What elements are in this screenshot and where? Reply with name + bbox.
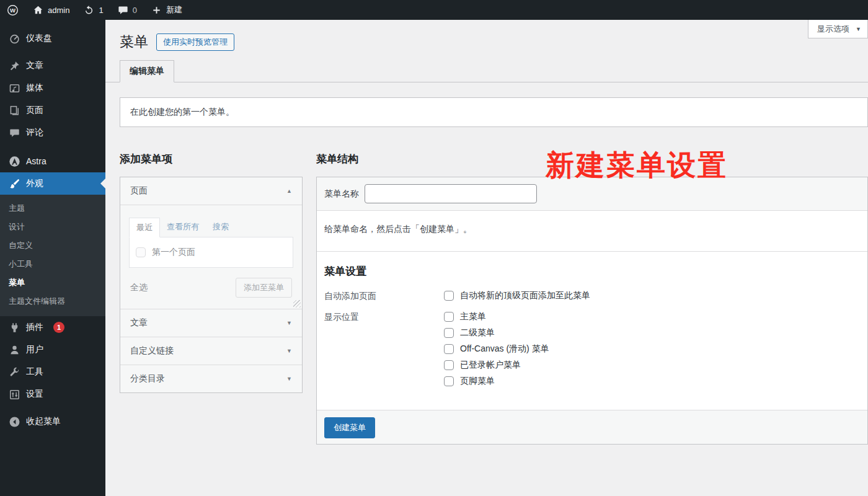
accordion-section-label: 分类目录: [130, 373, 165, 384]
resize-handle[interactable]: [293, 300, 301, 308]
auto-add-checkbox[interactable]: [444, 291, 454, 301]
screen-options-tab[interactable]: 显示选项 ▼: [808, 20, 868, 38]
select-all-link[interactable]: 全选: [130, 282, 148, 293]
menu-structure-box: 菜单名称 给菜单命名，然后点击「创建菜单」。 菜单设置 自动添加页面 自动将新的…: [316, 177, 868, 445]
pages-list-panel: 第一个页面: [129, 237, 293, 268]
sidebar-item-appearance[interactable]: 外观: [0, 172, 105, 195]
location-option-loggedin: 已登录帐户菜单: [444, 360, 549, 371]
sidebar-item-label: 用户: [26, 344, 43, 355]
main-content: 显示选项 ▼ 菜单 使用实时预览管理 编辑菜单 在此创建您的第一个菜单。 添加菜…: [105, 20, 868, 496]
accordion-header-categories[interactable]: 分类目录 ▼: [120, 365, 302, 392]
page-item-checkbox[interactable]: [136, 247, 146, 257]
page-title: 菜单: [120, 33, 148, 51]
location-checkbox-secondary[interactable]: [444, 328, 454, 338]
tab-edit-menus[interactable]: 编辑菜单: [120, 60, 174, 82]
sidebar-item-posts[interactable]: 文章: [0, 55, 105, 77]
sidebar: 仪表盘 文章 媒体 页面 评论 Astra 外观: [0, 20, 105, 496]
manage-with-live-preview-button[interactable]: 使用实时预览管理: [156, 33, 234, 51]
sidebar-item-label: 评论: [26, 127, 43, 138]
sidebar-item-dashboard[interactable]: 仪表盘: [0, 27, 105, 50]
updates-menu[interactable]: 1: [76, 0, 110, 20]
menu-structure-heading: 菜单结构: [316, 152, 868, 166]
location-checkbox-footer[interactable]: [444, 376, 454, 386]
plugins-update-badge: 1: [53, 322, 64, 333]
location-checkbox-offcanvas[interactable]: [444, 344, 454, 354]
settings-icon: [8, 388, 20, 401]
new-label: 新建: [166, 4, 182, 16]
add-menu-items-heading: 添加菜单项: [120, 152, 303, 166]
menu-name-input[interactable]: [365, 184, 537, 203]
sidebar-item-users[interactable]: 用户: [0, 339, 105, 361]
location-option-secondary: 二级菜单: [444, 327, 549, 339]
svg-text:W: W: [10, 7, 16, 14]
submenu-item-theme-file-editor[interactable]: 主题文件编辑器: [0, 292, 105, 311]
comment-icon: [117, 4, 129, 16]
comments-menu[interactable]: 0: [110, 0, 144, 20]
paintbrush-icon: [8, 177, 20, 190]
sidebar-item-label: 工具: [26, 366, 43, 378]
collapse-menu-label: 收起菜单: [26, 416, 61, 427]
collapse-menu-button[interactable]: 收起菜单: [0, 410, 105, 433]
sidebar-item-label: 媒体: [26, 82, 43, 94]
pushpin-icon: [8, 60, 20, 72]
location-checkbox-loggedin[interactable]: [444, 360, 454, 370]
menu-name-hint: 给菜单命名，然后点击「创建菜单」。: [317, 211, 867, 252]
chevron-down-icon: ▼: [286, 348, 292, 354]
pages-icon: [8, 104, 20, 117]
chevron-up-icon: ▲: [286, 188, 292, 194]
create-menu-button[interactable]: 创建菜单: [324, 417, 375, 438]
sidebar-item-settings[interactable]: 设置: [0, 383, 105, 405]
pages-quick-tabs: 最近 查看所有 搜索: [129, 218, 293, 237]
comment-count: 0: [133, 6, 137, 15]
site-menu[interactable]: admin: [25, 0, 76, 20]
wordpress-logo-menu[interactable]: W: [0, 0, 25, 20]
menu-settings-heading: 菜单设置: [324, 264, 860, 278]
accordion-header-custom-links[interactable]: 自定义链接 ▼: [120, 337, 302, 365]
plugin-icon: [8, 321, 20, 334]
accordion-section-label: 自定义链接: [130, 345, 174, 356]
site-name: admin: [48, 6, 69, 15]
sidebar-item-label: 仪表盘: [26, 33, 52, 44]
location-option-footer: 页脚菜单: [444, 376, 549, 387]
wordpress-logo-icon: W: [7, 4, 19, 16]
location-label: 页脚菜单: [460, 376, 495, 387]
sidebar-item-tools[interactable]: 工具: [0, 361, 105, 383]
new-content-menu[interactable]: 新建: [144, 0, 189, 20]
update-count: 1: [99, 6, 103, 15]
sidebar-item-label: 页面: [26, 105, 43, 116]
tab-search[interactable]: 搜索: [206, 218, 236, 237]
submenu-item-themes[interactable]: 主题: [0, 199, 105, 218]
location-label: 二级菜单: [460, 327, 495, 339]
wrench-icon: [8, 366, 20, 378]
pages-section-body: 最近 查看所有 搜索 第一个页面 全选 添加至菜单: [120, 205, 302, 309]
add-to-menu-button[interactable]: 添加至菜单: [236, 278, 292, 298]
accordion-section-posts: 文章 ▼: [120, 309, 302, 337]
sidebar-item-astra[interactable]: Astra: [0, 150, 105, 172]
sidebar-item-media[interactable]: 媒体: [0, 77, 105, 99]
submenu-item-design[interactable]: 设计: [0, 218, 105, 236]
menu-name-label: 菜单名称: [324, 188, 359, 200]
sidebar-item-pages[interactable]: 页面: [0, 99, 105, 122]
sidebar-item-plugins[interactable]: 插件 1: [0, 316, 105, 339]
submenu-item-customize[interactable]: 自定义: [0, 236, 105, 255]
sidebar-item-label: Astra: [26, 156, 46, 166]
dashboard-icon: [8, 32, 20, 45]
sidebar-item-label: 文章: [26, 60, 43, 71]
accordion-header-posts[interactable]: 文章 ▼: [120, 309, 302, 337]
chevron-down-icon: ▼: [286, 320, 292, 326]
display-location-label: 显示位置: [324, 311, 444, 387]
tab-view-all[interactable]: 查看所有: [160, 218, 206, 237]
location-checkbox-primary[interactable]: [444, 312, 454, 322]
submenu-item-widgets[interactable]: 小工具: [0, 255, 105, 273]
screen-options-label: 显示选项: [817, 24, 849, 35]
list-item: 第一个页面: [136, 247, 286, 258]
sidebar-item-label: 设置: [26, 389, 43, 400]
accordion-section-label: 页面: [130, 185, 148, 197]
accordion-header-pages[interactable]: 页面 ▲: [120, 177, 302, 205]
location-label: Off-Canvas (滑动) 菜单: [460, 343, 549, 355]
accordion-section-custom-links: 自定义链接 ▼: [120, 337, 302, 365]
tab-most-recent[interactable]: 最近: [129, 218, 160, 237]
page-item-label: 第一个页面: [152, 247, 195, 258]
sidebar-item-comments[interactable]: 评论: [0, 122, 105, 144]
submenu-item-menus[interactable]: 菜单: [0, 273, 105, 292]
